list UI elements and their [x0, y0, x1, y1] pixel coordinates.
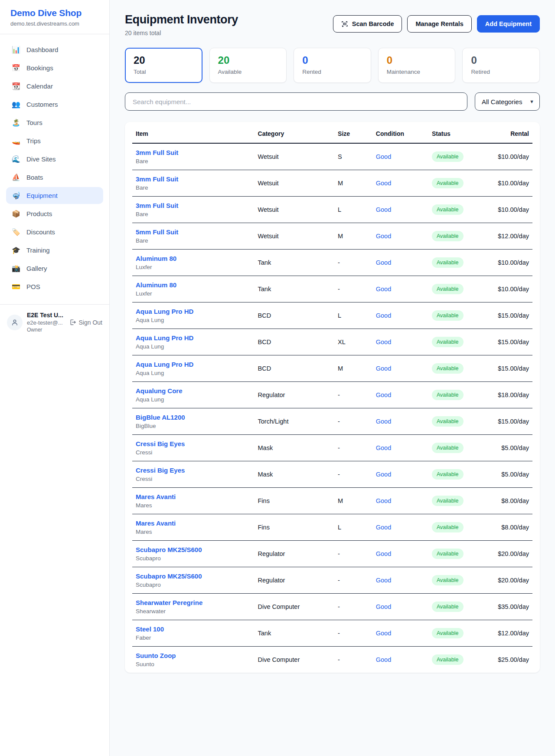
item-category: Fins [255, 514, 335, 541]
item-condition-link[interactable]: Good [376, 312, 391, 319]
brand-block: Demo Dive Shop demo.test.divestreams.com [0, 0, 109, 34]
item-name-link[interactable]: Scubapro MK25/S600 [136, 546, 251, 553]
stat-card-retired[interactable]: 0 Retired [462, 48, 540, 83]
stats-row: 20 Total 20 Available 0 Rented 0 Mainten… [125, 48, 540, 83]
sidebar-item-products[interactable]: 📦 Products [6, 205, 103, 222]
item-name-link[interactable]: Aluminum 80 [136, 281, 251, 289]
page-header-text: Equipment Inventory 20 items total [125, 13, 238, 36]
item-condition-link[interactable]: Good [376, 206, 391, 213]
item-condition-link[interactable]: Good [376, 233, 391, 240]
stat-card-maintenance[interactable]: 0 Maintenance [378, 48, 456, 83]
item-name-link[interactable]: Scubapro MK25/S600 [136, 572, 251, 580]
item-name-link[interactable]: Cressi Big Eyes [136, 467, 251, 474]
status-badge: Available [432, 231, 464, 241]
item-rental: $5.00/day [488, 461, 532, 488]
stat-card-total[interactable]: 20 Total [125, 48, 202, 83]
item-brand: Aqua Lung [136, 317, 251, 323]
brand-domain: demo.test.divestreams.com [10, 20, 99, 27]
item-name-link[interactable]: Cressi Big Eyes [136, 440, 251, 447]
main-content: Equipment Inventory 20 items total Scan … [110, 0, 555, 756]
item-brand: BigBlue [136, 423, 251, 429]
item-name-link[interactable]: 3mm Full Suit [136, 149, 251, 156]
item-condition-link[interactable]: Good [376, 365, 391, 372]
sidebar-item-training[interactable]: 🎓 Training [6, 242, 103, 259]
sidebar-item-bookings[interactable]: 📅 Bookings [6, 59, 103, 76]
category-select[interactable]: All Categories ▼ [475, 92, 540, 111]
item-condition-link[interactable]: Good [376, 497, 391, 504]
sidebar-item-discounts[interactable]: 🏷️ Discounts [6, 224, 103, 240]
item-condition-link[interactable]: Good [376, 550, 391, 557]
item-condition-link[interactable]: Good [376, 524, 391, 531]
item-condition-link[interactable]: Good [376, 630, 391, 637]
sidebar-item-calendar[interactable]: 📆 Calendar [6, 78, 103, 95]
item-name-link[interactable]: Aqua Lung Pro HD [136, 308, 251, 315]
item-condition-link[interactable]: Good [376, 444, 391, 451]
item-name-link[interactable]: Mares Avanti [136, 519, 251, 527]
sidebar-item-gallery[interactable]: 📸 Gallery [6, 260, 103, 277]
sidebar-item-boats[interactable]: ⛵ Boats [6, 169, 103, 186]
camera-icon: 📸 [11, 264, 21, 273]
item-condition-link[interactable]: Good [376, 153, 391, 160]
item-condition-link[interactable]: Good [376, 339, 391, 345]
sidebar-item-equipment[interactable]: 🤿 Equipment [6, 187, 103, 204]
sidebar-item-trips[interactable]: 🚤 Trips [6, 132, 103, 149]
sign-out-button[interactable]: Sign Out [69, 319, 102, 326]
status-badge: Available [432, 363, 464, 374]
item-name-link[interactable]: BigBlue AL1200 [136, 414, 251, 421]
sidebar-item-dashboard[interactable]: 📊 Dashboard [6, 41, 103, 58]
scan-barcode-button[interactable]: Scan Barcode [333, 15, 402, 33]
column-header-status: Status [428, 122, 488, 143]
item-category: Regulator [255, 567, 335, 594]
item-rental: $10.00/day [488, 250, 532, 276]
item-name-link[interactable]: Shearwater Peregrine [136, 599, 251, 606]
item-name-link[interactable]: 5mm Full Suit [136, 228, 251, 236]
item-rental: $15.00/day [488, 329, 532, 355]
item-size: L [334, 302, 372, 329]
item-name-link[interactable]: Steel 100 [136, 625, 251, 633]
item-condition-link[interactable]: Good [376, 603, 391, 610]
category-select-value: All Categories [482, 98, 522, 105]
item-name-link[interactable]: Aqua Lung Pro HD [136, 361, 251, 368]
item-name-link[interactable]: Mares Avanti [136, 493, 251, 500]
item-brand: Scubapro [136, 555, 251, 562]
item-rental: $5.00/day [488, 435, 532, 461]
sidebar-item-dive-sites[interactable]: 🌊 Dive Sites [6, 151, 103, 168]
sidebar-item-tours[interactable]: 🏝️ Tours [6, 114, 103, 131]
item-condition-link[interactable]: Good [376, 656, 391, 663]
status-badge: Available [432, 654, 464, 665]
item-name-link[interactable]: 3mm Full Suit [136, 202, 251, 209]
item-condition-link[interactable]: Good [376, 418, 391, 425]
item-brand: Aqua Lung [136, 343, 251, 350]
sidebar-item-customers[interactable]: 👥 Customers [6, 96, 103, 113]
item-brand: Cressi [136, 449, 251, 456]
item-rental: $10.00/day [488, 143, 532, 170]
item-name-link[interactable]: 3mm Full Suit [136, 175, 251, 183]
sidebar-item-pos[interactable]: 💳 POS [6, 278, 103, 295]
sidebar-item-label: Equipment [26, 192, 58, 199]
item-condition-link[interactable]: Good [376, 259, 391, 266]
status-badge: Available [432, 522, 464, 532]
item-brand: Shearwater [136, 608, 251, 615]
item-name-link[interactable]: Aqualung Core [136, 387, 251, 394]
user-meta: E2E Test U... e2e-tester@... Owner [27, 312, 63, 333]
table-row: Steel 100 Faber Tank - Good Available $1… [132, 620, 532, 647]
item-category: Dive Computer [255, 647, 335, 673]
item-name-link[interactable]: Aluminum 80 [136, 255, 251, 262]
item-condition-link[interactable]: Good [376, 577, 391, 584]
item-size: - [334, 250, 372, 276]
search-input[interactable] [125, 92, 467, 111]
item-condition-link[interactable]: Good [376, 471, 391, 478]
item-rental: $25.00/day [488, 647, 532, 673]
user-name: E2E Test U... [27, 312, 63, 319]
stat-card-rented[interactable]: 0 Rented [294, 48, 371, 83]
manage-rentals-button[interactable]: Manage Rentals [407, 15, 471, 33]
item-name-link[interactable]: Suunto Zoop [136, 652, 251, 659]
table-row: Cressi Big Eyes Cressi Mask - Good Avail… [132, 461, 532, 488]
item-name-link[interactable]: Aqua Lung Pro HD [136, 334, 251, 342]
stat-card-available[interactable]: 20 Available [209, 48, 287, 83]
item-condition-link[interactable]: Good [376, 391, 391, 398]
calendar-date-icon: 📅 [11, 64, 21, 72]
item-condition-link[interactable]: Good [376, 180, 391, 187]
item-condition-link[interactable]: Good [376, 286, 391, 293]
add-equipment-button[interactable]: Add Equipment [477, 15, 540, 33]
